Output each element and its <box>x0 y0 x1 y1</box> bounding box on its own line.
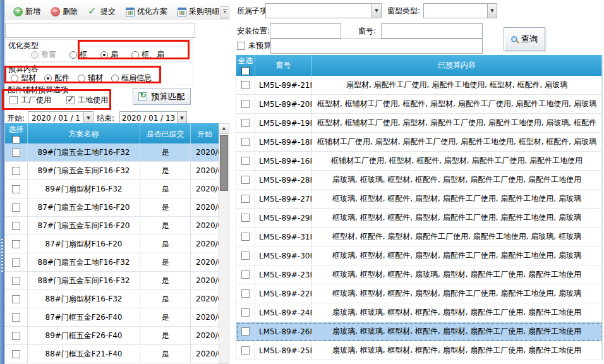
window-no-input[interactable] <box>381 23 483 39</box>
window-table-row[interactable]: LM5L-89#-28F26 扇玻璃, 框玻璃, 框型材, 框配件, 扇型材, … <box>236 171 602 190</box>
plan-table-row[interactable]: 89#门框五金F26-F40 是 2020/0 <box>5 327 219 345</box>
toolbar-button-label: 删除 <box>63 6 78 17</box>
usage-checkbox[interactable]: 工厂使用 <box>9 95 51 106</box>
start-date-cell: 2020/0 <box>191 198 219 216</box>
window-no-cell: LM5L-89#-24F22 <box>255 303 312 322</box>
plan-table-row[interactable]: 87#门框五金F26-F40 是 2020/0 <box>5 308 219 327</box>
budget-content-radio[interactable]: 型材 <box>11 73 36 83</box>
row-checkbox[interactable] <box>241 81 250 89</box>
optimize-type-radio[interactable]: 框 <box>69 49 87 60</box>
toolbar-button[interactable]: 提交 ▼ <box>84 4 119 19</box>
budget-content-radio[interactable]: 辅材 <box>78 73 103 83</box>
row-checkbox[interactable] <box>12 313 20 322</box>
row-checkbox[interactable] <box>241 308 250 317</box>
row-checkbox[interactable] <box>241 157 250 165</box>
end-date-picker[interactable]: 2020 / 01 / 13 ▼ <box>119 111 187 124</box>
row-checkbox[interactable] <box>241 214 250 222</box>
plan-table-row[interactable]: 88#门扇五金车间F16-F32 是 2020/0 <box>5 272 219 290</box>
window-table-row[interactable]: LM5L-89#-26F24 扇玻璃, 框玻璃, 框型材, 框配件, 扇型材, … <box>236 322 602 341</box>
toolbar-overflow-button[interactable] <box>220 6 229 19</box>
window-table-row[interactable]: LM5L-89#-20F18 框型材, 框辅材工厂使用, 框配件, 扇型材, 扇… <box>236 95 602 114</box>
row-checkbox[interactable] <box>241 195 250 203</box>
row-checkbox[interactable] <box>241 289 250 298</box>
window-table-row[interactable]: LM5L-89#-25F23 扇玻璃, 框玻璃, 框型材, 框配件, 扇型材, … <box>236 341 602 360</box>
plan-table-row[interactable]: 89#门扇五金车间F16-F32 是 2020/0 <box>5 162 219 180</box>
row-checkbox[interactable] <box>12 332 20 340</box>
budget-content-radio[interactable]: 配件 <box>44 73 69 83</box>
plan-table-row[interactable]: 89#门扇五金工地F16-F32 是 2020/0 <box>5 143 219 162</box>
window-table-row[interactable]: LM5L-89#-18F16 框辅材工厂使用, 扇型材, 扇配件工厂使用, 扇配… <box>236 133 602 152</box>
start-date-cell: 2020/0 <box>191 308 219 326</box>
row-checkbox[interactable] <box>241 138 250 146</box>
row-checkbox[interactable] <box>12 277 20 285</box>
window-table-row[interactable]: LM5L-89#-30F28 框玻璃, 框型材, 框配件, 扇型材, 扇配件工厂… <box>236 246 602 265</box>
dropdown-arrow-icon[interactable]: ▼ <box>177 112 186 124</box>
row-checkbox[interactable] <box>12 350 20 358</box>
start-date-picker[interactable]: 2020 / 01 / 1 ▼ <box>28 111 94 124</box>
window-table-row[interactable]: LM5L-89#-16F15 框辅材工厂使用, 框型材, 框配件, 扇型材, 扇… <box>236 152 602 171</box>
toolbar-button[interactable]: 删除 ▼ <box>47 4 82 19</box>
query-button[interactable]: 查询 <box>504 27 545 51</box>
submitted-cell: 是 <box>140 198 191 216</box>
row-checkbox[interactable] <box>12 149 20 157</box>
plan-table-scrollbar[interactable]: ▲ <box>219 123 229 364</box>
window-type-select[interactable]: ▼ <box>423 3 497 18</box>
search-icon <box>511 36 517 42</box>
row-checkbox[interactable] <box>12 222 20 230</box>
plan-table-row[interactable]: 87#门扇五金车间F16-F20 是 2020/0 <box>5 217 219 235</box>
select-all-checkbox[interactable] <box>12 136 20 143</box>
window-table-row[interactable]: LM5L-89#-19F17 框型材, 框辅材工厂使用, 扇型材, 扇配件工厂使… <box>236 114 602 133</box>
accessory-budget-options: 工厂使用 工地使用 <box>9 95 108 106</box>
scrollbar-thumb[interactable] <box>220 135 228 191</box>
row-checkbox[interactable] <box>12 240 20 248</box>
window-table-row[interactable]: LM5L-89#-29F27 框玻璃, 框型材, 框配件, 扇型材, 扇配件工厂… <box>236 209 602 228</box>
row-checkbox[interactable] <box>241 270 250 279</box>
budget-match-button[interactable]: 预算匹配 <box>133 88 191 105</box>
row-checkbox[interactable] <box>241 176 250 184</box>
scroll-up-icon[interactable]: ▲ <box>219 124 229 134</box>
row-checkbox[interactable] <box>241 233 250 241</box>
window-table-row[interactable]: LM5L-89#-23F21 框玻璃, 框型材, 框配件, 扇玻璃, 扇型材, … <box>236 265 602 284</box>
row-checkbox[interactable] <box>12 258 20 267</box>
header-name: 方案名称 <box>28 123 140 143</box>
row-checkbox[interactable] <box>12 167 20 175</box>
budget-content-radio[interactable]: 框扇信息 <box>111 73 152 83</box>
plan-table-row[interactable]: 89#门扇型材F16-F32 是 2020/0 <box>5 180 219 198</box>
row-checkbox[interactable] <box>241 100 250 108</box>
optimize-type-radio[interactable]: 框、扇 <box>131 49 164 60</box>
row-checkbox[interactable] <box>241 252 250 260</box>
sub-item-select[interactable]: ▼ <box>265 3 382 18</box>
window-table-row[interactable]: LM5L-89#-21F19 扇型材, 扇配件工厂使用, 扇配件工地使用, 框型… <box>236 76 602 95</box>
window-table-row[interactable]: LM5L-89#-22F20 框玻璃, 框型材, 框配件, 扇型材, 扇配件工厂… <box>236 284 602 303</box>
window-table-row[interactable]: LM5L-89#-24F22 扇玻璃, 框玻璃, 框型材, 框配件, 扇型材, … <box>236 303 602 322</box>
dock-splitter-strip[interactable] <box>0 0 4 364</box>
not-budgeted-input[interactable] <box>270 39 483 54</box>
dropdown-arrow-icon[interactable]: ▼ <box>487 4 497 18</box>
row-checkbox[interactable] <box>241 346 250 355</box>
dropdown-arrow-icon[interactable]: ▼ <box>83 112 93 124</box>
row-checkbox[interactable] <box>241 119 250 127</box>
plan-table-row[interactable]: 87#门扇五金工地F16-F20 是 2020/0 <box>5 198 219 217</box>
dropdown-arrow-icon[interactable]: ▼ <box>371 4 381 18</box>
window-table-row[interactable]: LM5L-89#-27F25 框玻璃, 框型材, 框配件, 扇型材, 扇配件工厂… <box>236 190 602 209</box>
not-budgeted-checkbox[interactable]: 未预算: <box>237 40 274 51</box>
toolbar-button[interactable]: 新增 ▼ <box>9 4 44 19</box>
row-checkbox[interactable] <box>12 203 20 212</box>
plan-table-row[interactable]: 88#门框五金F21-F40 是 2020/0 <box>5 345 219 363</box>
select-all-checkbox[interactable] <box>241 67 250 75</box>
row-checkbox[interactable] <box>241 327 250 336</box>
plan-filter-input[interactable] <box>5 23 195 38</box>
row-checkbox[interactable] <box>12 295 20 303</box>
optimize-type-radio[interactable]: 扇 <box>100 49 118 60</box>
toolbar-button[interactable]: 优化方案 ▼ <box>122 4 171 19</box>
plan-table-row[interactable]: 88#门扇五金工地F16-F32 是 2020/0 <box>5 253 219 272</box>
row-checkbox[interactable] <box>12 185 20 193</box>
start-date-cell: 2020/0 <box>191 327 219 344</box>
window-table-row[interactable]: LM5L-89#-31F29 框型材, 框配件, 扇型材, 扇配件工厂使用, 扇… <box>236 228 602 246</box>
install-location-input[interactable] <box>270 23 341 39</box>
plan-table-row[interactable]: 87#门扇型材F16-F20 是 2020/0 <box>5 235 219 253</box>
plan-table-row[interactable]: 88#门扇型材F16-F32 是 2020/0 <box>5 290 219 308</box>
submitted-cell: 是 <box>140 162 191 179</box>
optimize-type-radio[interactable]: 整窗 <box>31 49 56 60</box>
usage-checkbox[interactable]: 工地使用 <box>66 95 108 106</box>
